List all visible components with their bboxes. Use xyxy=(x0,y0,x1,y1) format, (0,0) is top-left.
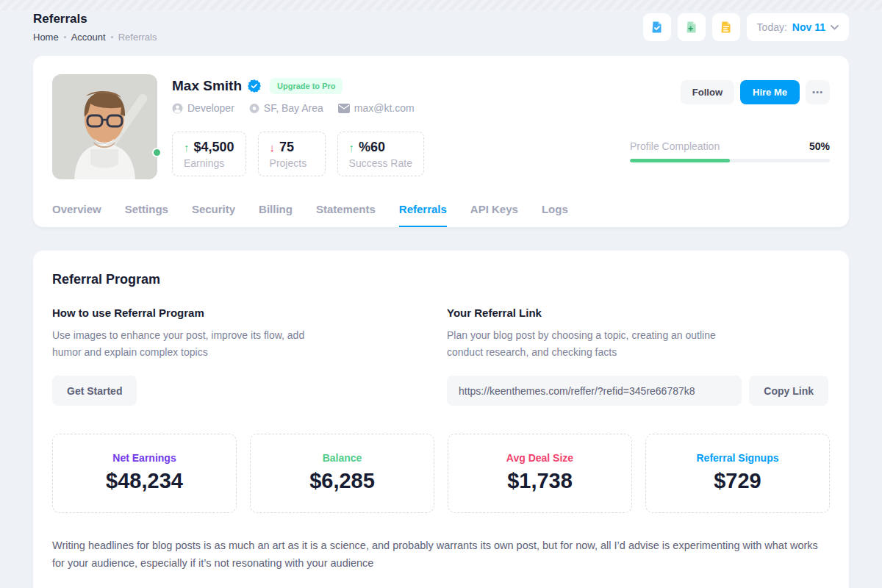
referral-link-description: Plan your blog post by choosing a topic,… xyxy=(447,327,750,360)
progress-label: Profile Compleation xyxy=(630,140,720,152)
tab-logs[interactable]: Logs xyxy=(542,196,568,227)
follow-button[interactable]: Follow xyxy=(681,80,734,104)
breadcrumb-account[interactable]: Account xyxy=(71,32,106,43)
metric-label: Referral Signups xyxy=(646,452,829,464)
tab-referrals[interactable]: Referrals xyxy=(399,196,447,227)
envelope-icon xyxy=(338,104,350,113)
referral-program-card: Referral Program How to use Referral Pro… xyxy=(33,251,849,588)
hire-me-button[interactable]: Hire Me xyxy=(740,80,800,104)
tab-security[interactable]: Security xyxy=(192,196,235,227)
page-title: Referrals xyxy=(33,12,157,26)
breadcrumb-separator xyxy=(111,36,113,38)
stat-success-rate: ↑ %60 Success Rate xyxy=(337,132,424,176)
tab-billing[interactable]: Billing xyxy=(259,196,293,227)
get-started-button[interactable]: Get Started xyxy=(52,376,137,406)
metric-label: Avg Deal Size xyxy=(448,452,631,464)
file-plus-icon xyxy=(684,20,699,35)
referral-metrics: Net Earnings $48,234 Balance $6,285 Avg … xyxy=(52,434,830,513)
file-lines-button[interactable] xyxy=(712,13,740,41)
metric-value: $48,234 xyxy=(53,469,236,493)
tab-overview[interactable]: Overview xyxy=(52,196,101,227)
more-options-button[interactable]: ⋯ xyxy=(806,80,830,104)
tab-settings[interactable]: Settings xyxy=(125,196,168,227)
metric-balance: Balance $6,285 xyxy=(250,434,434,513)
file-check-button[interactable] xyxy=(643,13,671,41)
online-status-dot xyxy=(152,148,162,157)
progress-bar-fill xyxy=(630,159,730,162)
stat-label: Success Rate xyxy=(349,157,412,169)
progress-bar xyxy=(630,159,830,162)
profile-tabs: Overview Settings Security Billing State… xyxy=(52,196,830,227)
profile-email: max@kt.com xyxy=(338,102,415,114)
referral-note: Writing headlines for blog posts is as m… xyxy=(52,537,830,573)
tab-api-keys[interactable]: API Keys xyxy=(470,196,518,227)
metric-avg-deal-size: Avg Deal Size $1,738 xyxy=(448,434,632,513)
file-plus-button[interactable] xyxy=(678,13,706,41)
date-selector[interactable]: Today: Nov 11 xyxy=(747,13,849,41)
metric-value: $1,738 xyxy=(448,469,631,493)
profile-completion: Profile Compleation 50% xyxy=(630,140,830,162)
page-header: Referrals Home Account Referrals xyxy=(33,12,849,43)
upgrade-to-pro-badge[interactable]: Upgrade to Pro xyxy=(270,78,343,94)
stat-value: $4,500 xyxy=(194,140,234,155)
referral-link-title: Your Referral Link xyxy=(447,306,830,319)
breadcrumb: Home Account Referrals xyxy=(33,32,157,43)
tab-statements[interactable]: Statements xyxy=(316,196,376,227)
chevron-down-icon xyxy=(831,25,839,30)
stat-value: 75 xyxy=(279,140,294,155)
date-label: Today: xyxy=(757,21,787,33)
metric-net-earnings: Net Earnings $48,234 xyxy=(52,434,237,513)
breadcrumb-separator xyxy=(64,36,66,38)
arrow-up-icon: ↑ xyxy=(349,141,355,154)
stat-earnings: ↑ $4,500 Earnings xyxy=(172,132,246,176)
stat-label: Projects xyxy=(270,157,314,169)
user-icon xyxy=(172,103,183,114)
arrow-down-icon: ↓ xyxy=(270,141,276,154)
profile-location: SF, Bay Area xyxy=(249,102,323,114)
metric-value: $729 xyxy=(646,469,829,493)
metric-label: Balance xyxy=(251,452,434,464)
referral-program-heading: Referral Program xyxy=(52,272,830,287)
how-to-title: How to use Referral Program xyxy=(52,306,447,319)
metric-referral-signups: Referral Signups $729 xyxy=(645,434,830,513)
profile-card: Max Smith Upgrade to Pro Developer SF, B… xyxy=(33,56,849,227)
stat-value: %60 xyxy=(359,140,385,155)
copy-link-button[interactable]: Copy Link xyxy=(749,376,828,406)
avatar xyxy=(52,74,157,179)
ellipsis-icon: ⋯ xyxy=(812,86,824,98)
stat-label: Earnings xyxy=(184,157,234,169)
profile-role: Developer xyxy=(172,102,234,114)
stat-projects: ↓ 75 Projects xyxy=(258,132,326,176)
date-value: Nov 11 xyxy=(792,21,825,33)
arrow-up-icon: ↑ xyxy=(184,141,190,154)
verified-badge-icon xyxy=(248,79,261,93)
profile-name: Max Smith xyxy=(172,78,242,94)
metric-value: $6,285 xyxy=(251,469,434,493)
profile-mini-stats: ↑ $4,500 Earnings ↓ 75 Projects xyxy=(172,132,615,176)
location-pin-icon xyxy=(249,103,259,114)
breadcrumb-home[interactable]: Home xyxy=(33,32,59,43)
file-lines-icon xyxy=(719,20,734,35)
referral-link-input[interactable]: https://keenthemes.com/reffer/?refid=345… xyxy=(447,376,742,406)
file-check-icon xyxy=(650,20,664,35)
breadcrumb-current: Referrals xyxy=(118,32,157,43)
how-to-description: Use images to enhance your post, improve… xyxy=(52,327,330,360)
progress-percent: 50% xyxy=(809,140,830,152)
metric-label: Net Earnings xyxy=(53,452,236,464)
